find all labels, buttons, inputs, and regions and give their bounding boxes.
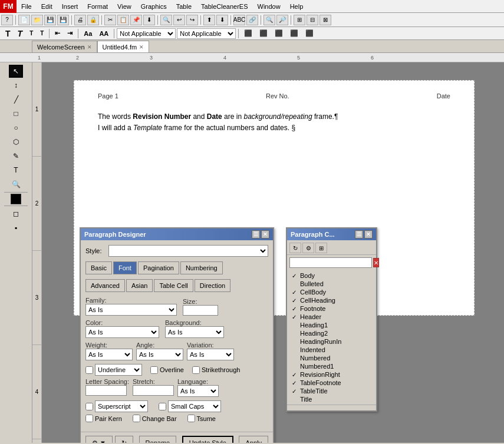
zoom-tool-btn[interactable]: 🔍	[9, 178, 23, 191]
bold-T-btn[interactable]: T	[2, 28, 14, 39]
dialog-menu-btn[interactable]: ☰	[252, 230, 260, 238]
tsume-checkbox[interactable]	[187, 415, 195, 422]
lock-btn[interactable]: 🔒	[87, 15, 99, 25]
tab-font[interactable]: Font	[113, 261, 137, 274]
superscript-T-btn[interactable]: T	[27, 28, 36, 39]
text-tool-btn[interactable]: T	[9, 164, 23, 177]
table3-btn[interactable]: ⊠	[319, 15, 331, 25]
overline-checkbox[interactable]	[150, 366, 158, 374]
catalog-item-indented[interactable]: Indented	[289, 346, 374, 354]
settings-btn[interactable]: ⚙ ▼	[85, 436, 113, 443]
superscript-select[interactable]: Superscript	[95, 400, 148, 412]
tab-pagination[interactable]: Pagination	[138, 261, 179, 274]
catalog-item-tablefootnote[interactable]: TableFootnote	[289, 379, 374, 387]
align-center-btn[interactable]: ⬛	[256, 28, 271, 39]
copy-btn[interactable]: 📋	[117, 15, 129, 25]
change-bar-checkbox[interactable]	[133, 415, 140, 422]
menu-window[interactable]: Window	[253, 2, 285, 11]
menu-insert[interactable]: Insert	[57, 2, 83, 11]
tab-untitled4-close[interactable]: ✕	[139, 44, 144, 50]
align-justify-btn[interactable]: ⬛	[287, 28, 301, 39]
cut-btn[interactable]: ✂	[104, 15, 116, 25]
weight-select[interactable]: As Is	[85, 349, 133, 360]
style-AA-btn[interactable]: AA	[96, 28, 111, 39]
tab-basic[interactable]: Basic	[85, 261, 112, 274]
zoom-in-btn[interactable]: 🔍	[263, 15, 275, 25]
pair-kern-checkbox[interactable]	[85, 415, 93, 422]
catalog-item-header[interactable]: Header	[289, 313, 374, 321]
catalog-clear-btn[interactable]: ✕	[373, 258, 379, 267]
underline-select[interactable]: Underline	[95, 364, 142, 376]
catalog-item-numbered1[interactable]: Numbered1	[289, 362, 374, 370]
indent-right-btn[interactable]: ⇥	[64, 28, 75, 39]
import-btn[interactable]: ⬆	[203, 15, 215, 25]
small-caps-checkbox[interactable]	[159, 403, 166, 410]
menu-help[interactable]: Help	[285, 2, 308, 11]
tab-welcome-screen[interactable]: WelcomeScreen ✕	[32, 41, 97, 52]
save-all-btn[interactable]: 💾	[57, 15, 69, 25]
undo-btn[interactable]: ↩	[173, 15, 185, 25]
catalog-item-heading1[interactable]: Heading1	[289, 321, 374, 329]
dialog-close-btn[interactable]: ✕	[261, 230, 269, 238]
italic-T-btn[interactable]: T	[15, 28, 26, 39]
export-btn[interactable]: ⬇	[216, 15, 228, 25]
update-style-btn[interactable]: Update Style	[182, 436, 233, 443]
catalog-item-heading2[interactable]: Heading2	[289, 329, 374, 337]
catalog-close-btn[interactable]: ✕	[364, 230, 373, 238]
small-caps-select[interactable]: Small Caps	[168, 400, 221, 412]
paste-special-btn[interactable]: ⬇	[143, 15, 155, 25]
color-select[interactable]: As Is	[85, 326, 159, 338]
superscript-checkbox[interactable]	[85, 403, 93, 410]
print-btn[interactable]: 🖨	[74, 15, 86, 25]
tab-untitled4[interactable]: Untitled4.fm ✕	[97, 41, 150, 52]
catalog-item-bulleted[interactable]: Bulleted	[289, 280, 374, 288]
align-left-btn[interactable]: ⬛	[241, 28, 255, 39]
indent-left-btn[interactable]: ⇤	[52, 28, 63, 39]
catalog-item-body[interactable]: Body	[289, 271, 374, 280]
refresh-btn[interactable]: ↻	[115, 436, 133, 443]
rect-tool-btn[interactable]: □	[9, 107, 23, 120]
not-applicable-select-1[interactable]: Not Applicable	[117, 28, 176, 39]
align-right-btn[interactable]: ⬛	[272, 28, 286, 39]
menu-graphics[interactable]: Graphics	[136, 2, 172, 11]
menu-table[interactable]: Table	[172, 2, 196, 11]
select-tool-btn[interactable]: ↖	[9, 65, 23, 78]
link-btn[interactable]: 🔗	[246, 15, 258, 25]
line-tool-btn[interactable]: ╱	[9, 93, 23, 106]
table-btn[interactable]: ⊞	[294, 15, 305, 25]
open-btn[interactable]: 📁	[31, 15, 43, 25]
menu-tablecleaner[interactable]: TableCleanerES	[196, 2, 253, 11]
catalog-settings-btn[interactable]: ⚙	[302, 243, 314, 253]
find-btn[interactable]: 🔍	[160, 15, 172, 25]
language-select[interactable]: As Is	[177, 385, 219, 397]
letter-spacing-input[interactable]	[85, 385, 127, 396]
catalog-refresh-btn[interactable]: ↻	[289, 243, 301, 253]
catalog-menu-btn[interactable]: ☰	[355, 230, 363, 238]
tab-numbering[interactable]: Numbering	[180, 261, 223, 274]
catalog-search-input[interactable]	[289, 257, 372, 268]
catalog-item-cellbody[interactable]: CellBody	[289, 288, 374, 296]
variation-select[interactable]: As Is	[187, 349, 234, 360]
align-justify2-btn[interactable]: ⬛	[302, 28, 317, 39]
catalog-item-tabletitle[interactable]: TableTitle	[289, 387, 374, 395]
zoom-out-btn[interactable]: 🔎	[276, 15, 288, 25]
ellipse-tool-btn[interactable]: ○	[9, 121, 23, 134]
arrow-tool-btn[interactable]: ↕	[9, 79, 23, 92]
foreground-color[interactable]	[11, 194, 21, 204]
catalog-item-cellheading[interactable]: CellHeading	[289, 296, 374, 304]
fill-tool-btn[interactable]: ▪	[9, 221, 23, 234]
border-tool-btn[interactable]: ◻	[9, 207, 23, 220]
poly-tool-btn[interactable]: ⬡	[9, 135, 23, 148]
stretch-input[interactable]	[133, 385, 174, 396]
apply-btn[interactable]: Apply	[239, 436, 268, 443]
redo-btn[interactable]: ↪	[186, 15, 198, 25]
table2-btn[interactable]: ⊟	[307, 15, 318, 25]
subscript-T-btn[interactable]: T	[37, 28, 47, 39]
paste-btn[interactable]: 📌	[130, 15, 142, 25]
style-aa-btn[interactable]: Aa	[81, 28, 95, 39]
menu-format[interactable]: Format	[83, 2, 113, 11]
catalog-item-title[interactable]: Title	[289, 395, 374, 403]
doc-area[interactable]: 1 2 3 4 Page 1 Rev No. Date The words Re…	[32, 62, 504, 443]
pen-tool-btn[interactable]: ✎	[9, 150, 23, 163]
tab-advanced[interactable]: Advanced	[85, 279, 125, 292]
